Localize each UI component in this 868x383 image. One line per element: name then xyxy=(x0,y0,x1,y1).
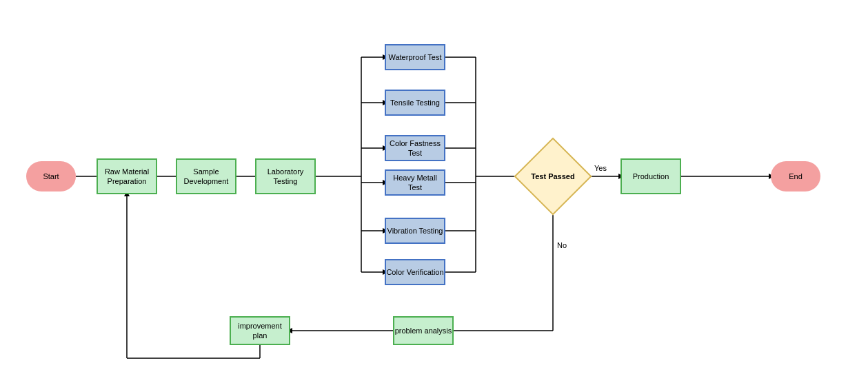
waterproof-node: Waterproof Test xyxy=(385,44,445,70)
vibration-node: Vibration Testing xyxy=(385,218,445,244)
improvement-plan-node: improvement plan xyxy=(230,316,290,345)
svg-text:No: No xyxy=(557,241,567,249)
svg-text:Yes: Yes xyxy=(594,164,607,172)
tensile-label: Tensile Testing xyxy=(390,98,440,107)
heavy-metal-node: Heavy Metall Test xyxy=(385,169,445,196)
lab-node: Laboratory Testing xyxy=(255,158,316,194)
problem-analysis-node: problem analysis xyxy=(393,316,454,345)
end-node: End xyxy=(771,161,820,192)
problem-analysis-label: problem analysis xyxy=(395,326,452,335)
sample-label: Sample Development xyxy=(177,167,235,187)
tensile-node: Tensile Testing xyxy=(385,90,445,116)
production-node: Production xyxy=(620,158,681,194)
improvement-plan-label: improvement plan xyxy=(231,321,289,341)
end-label: End xyxy=(789,172,803,181)
color-fastness-label: Color Fastness Test xyxy=(386,138,444,158)
raw-material-label: Raw Material Preparation xyxy=(98,167,156,187)
sample-node: Sample Development xyxy=(176,158,236,194)
flowchart-diagram: Yes No Start Raw Material Preparation Sa… xyxy=(0,0,868,383)
color-verify-label: Color Verification xyxy=(386,267,443,277)
vibration-label: Vibration Testing xyxy=(387,226,443,236)
color-verify-node: Color Verification xyxy=(385,259,445,285)
waterproof-label: Waterproof Test xyxy=(388,52,441,62)
start-label: Start xyxy=(43,172,59,181)
color-fastness-node: Color Fastness Test xyxy=(385,135,445,161)
heavy-metal-label: Heavy Metall Test xyxy=(386,173,444,193)
raw-material-node: Raw Material Preparation xyxy=(97,158,157,194)
production-label: Production xyxy=(633,172,669,181)
start-node: Start xyxy=(26,161,76,192)
lab-label: Laboratory Testing xyxy=(256,167,314,187)
